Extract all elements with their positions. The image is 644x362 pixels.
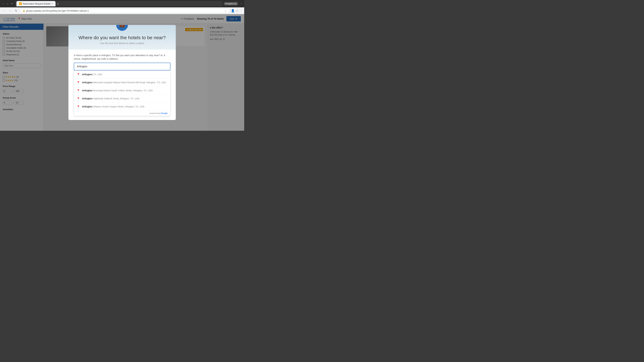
autocomplete-text-3: Arlington Highlands Matlock Road, Arling… — [82, 97, 139, 100]
forward-button[interactable]: → — [8, 8, 12, 13]
tab-title: Reservation Request Details — [23, 2, 50, 5]
active-tab[interactable]: e Reservation Request Details × — [16, 1, 56, 6]
search-input-container: 📍 Arlington TX, USA 📍 Arlington Memorial… — [74, 63, 170, 116]
autocomplete-text-1: Arlington Memorial Hospital Heliport Wes… — [82, 81, 166, 84]
extensions-icon[interactable]: ⧉ — [236, 9, 238, 12]
pin-icon-3: 📍 — [77, 97, 80, 100]
autocomplete-item-4[interactable]: 📍 Arlington Skatium South Cooper Street,… — [74, 103, 170, 111]
autocomplete-extra-1: West Randol Mill Road, Arlington, TX, US… — [120, 81, 166, 84]
browser-header-actions: Incognito (2) ⋮ — [224, 2, 242, 5]
bookmark-icon[interactable]: ☆ — [225, 9, 227, 12]
new-tab-button[interactable]: + — [56, 2, 60, 6]
close-tab-button[interactable]: × — [52, 2, 53, 5]
briefcase-icon: 💼 — [119, 25, 125, 28]
pin-icon-4: 📍 — [77, 105, 80, 108]
pin-icon-1: 📍 — [77, 81, 80, 84]
url-text: groups.expedia.com/Group/Req.htm?gid=767… — [26, 9, 224, 12]
autocomplete-extra-4: South Cooper Street, Arlington, TX, USA — [102, 105, 144, 108]
powered-by-google: powered by Google — [74, 111, 170, 116]
autocomplete-extra-2: South Collins Street, Arlington, TX, USA — [110, 89, 153, 92]
autocomplete-bold-3: Arlington — [82, 97, 92, 100]
location-search-input[interactable] — [74, 63, 170, 70]
browser-chrome: ─ □ ✕ e Reservation Request Details × + … — [0, 0, 244, 14]
autocomplete-normal-2: Municipal Airport — [92, 89, 110, 92]
tab-bar: e Reservation Request Details × + — [15, 1, 222, 6]
autocomplete-item-2[interactable]: 📍 Arlington Municipal Airport South Coll… — [74, 87, 170, 95]
close-window-button[interactable]: ✕ — [10, 2, 14, 5]
autocomplete-extra-3: Matlock Road, Arlington, TX, USA — [104, 97, 139, 100]
modal-question: Is there a specific place in Arlington, … — [74, 54, 170, 61]
modal-icon: 💼 — [116, 25, 128, 31]
menu-button[interactable]: ⋮ — [240, 2, 242, 5]
autocomplete-bold-1: Arlington — [82, 81, 92, 84]
reload-button[interactable]: ↻ — [14, 8, 18, 13]
url-bar[interactable]: 🔒 groups.expedia.com/Group/Req.htm?gid=7… — [20, 8, 230, 13]
autocomplete-normal-1: Memorial Hospital Heliport — [92, 81, 120, 84]
security-icon: 🔒 — [23, 9, 25, 12]
maximize-button[interactable]: □ — [6, 2, 9, 5]
page-background: ≡ List View 📍 Map View ↩ Feedback Showin… — [0, 14, 244, 131]
browser-menu-button[interactable]: ⋮ — [240, 9, 242, 12]
pin-icon-0: 📍 — [77, 73, 80, 76]
autocomplete-text-2: Arlington Municipal Airport South Collin… — [82, 89, 152, 92]
autocomplete-item-1[interactable]: 📍 Arlington Memorial Hospital Heliport W… — [74, 79, 170, 87]
autocomplete-item-0[interactable]: 📍 Arlington TX, USA — [74, 70, 170, 79]
autocomplete-bold-2: Arlington — [82, 89, 92, 92]
autocomplete-text-4: Arlington Skatium South Cooper Street, A… — [82, 105, 144, 108]
google-text: Google — [161, 112, 168, 114]
autocomplete-dropdown: 📍 Arlington TX, USA 📍 Arlington Memorial… — [74, 70, 170, 116]
title-bar: ─ □ ✕ e Reservation Request Details × + … — [0, 0, 244, 7]
autocomplete-text-0: Arlington TX, USA — [82, 73, 102, 76]
modal-title: Where do you want the hotels to be near? — [75, 35, 169, 40]
minimize-button[interactable]: ─ — [2, 2, 5, 5]
modal-header: 💼 Where do you want the hotels to be nea… — [68, 25, 176, 50]
autocomplete-bold-4: Arlington — [82, 105, 92, 108]
modal-dialog: 💼 Where do you want the hotels to be nea… — [68, 25, 176, 120]
autocomplete-normal-3: Highlands — [92, 97, 104, 100]
autocomplete-bold-0: Arlington — [82, 73, 92, 76]
incognito-indicator: Incognito (2) — [224, 2, 238, 5]
modal-overlay: 💼 Where do you want the hotels to be nea… — [0, 14, 244, 131]
pin-icon-2: 📍 — [77, 89, 80, 92]
address-bar: ← → ↻ 🔒 groups.expedia.com/Group/Req.htm… — [0, 7, 244, 14]
profile-icon[interactable]: 👤 — [231, 9, 234, 12]
tab-favicon: e — [19, 2, 22, 5]
autocomplete-normal-0: TX, USA — [92, 73, 102, 76]
powered-by-text: powered by — [150, 112, 160, 114]
back-button[interactable]: ← — [2, 8, 6, 13]
autocomplete-item-3[interactable]: 📍 Arlington Highlands Matlock Road, Arli… — [74, 95, 170, 103]
modal-subtitle: Use the text box below to select a place — [75, 42, 169, 44]
autocomplete-normal-4: Skatium — [92, 105, 102, 108]
modal-body: Is there a specific place in Arlington, … — [68, 50, 176, 120]
window-controls[interactable]: ─ □ ✕ — [2, 2, 14, 5]
